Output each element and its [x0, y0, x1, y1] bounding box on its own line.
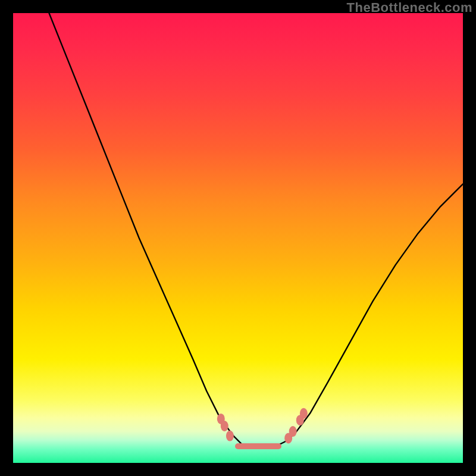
watermark-text: TheBottleneck.com: [347, 0, 472, 15]
bottleneck-curve: [49, 13, 464, 445]
plot-area: [13, 13, 463, 463]
curve-marker-group: [217, 408, 308, 444]
curve-marker-dot: [221, 421, 228, 431]
bottleneck-chart-svg: [13, 13, 463, 463]
curve-marker-dot: [289, 426, 297, 437]
outer-black-frame: TheBottleneck.com: [0, 0, 476, 476]
curve-marker-dot: [300, 408, 308, 419]
curve-marker-dot: [226, 431, 234, 441]
